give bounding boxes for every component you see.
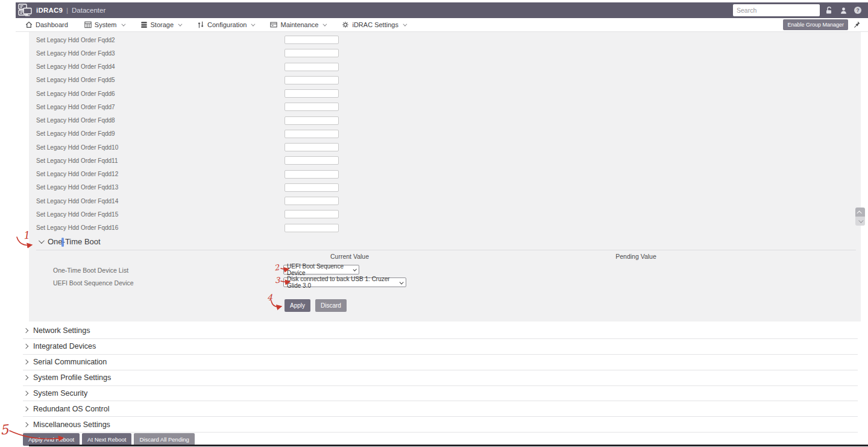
apply-and-reboot-button[interactable]: Apply And Reboot (23, 433, 80, 446)
chevron-down-icon (323, 22, 327, 26)
setting-label: One-Time Boot Device List (53, 267, 128, 274)
collapsible-section-header[interactable]: Serial Communication (23, 355, 858, 370)
nav-item-idrac-settings[interactable]: iDRAC Settings (342, 21, 405, 28)
section-title: Miscellaneous Settings (33, 420, 110, 429)
setting-label: Set Legacy Hdd Order Fqdd4 (36, 63, 115, 70)
legacy-hdd-order-input[interactable] (285, 224, 339, 232)
legacy-hdd-order-input[interactable] (285, 170, 339, 179)
pending-value-column-header: Pending Value (603, 253, 669, 260)
setting-label: Set Legacy Hdd Order Fqdd2 (36, 37, 115, 43)
discard-button[interactable]: Discard (315, 299, 347, 312)
setting-label: UEFI Boot Sequence Device (53, 279, 134, 287)
svg-text:?: ? (856, 7, 859, 13)
setting-label: Set Legacy Hdd Order Fqdd3 (36, 50, 115, 57)
nav-label: Maintenance (280, 21, 318, 28)
pending-changes-actions: Apply And Reboot At Next Reboot Discard … (23, 433, 195, 446)
collapsible-section-header[interactable]: Integrated Devices (23, 339, 858, 355)
table-row: Set Legacy Hdd Order Fqdd13 (29, 181, 861, 194)
one-time-boot-device-list-select[interactable]: UEFI Boot Sequence Device (283, 265, 359, 274)
collapsible-section-header[interactable]: Network Settings (23, 323, 858, 339)
table-row: Set Legacy Hdd Order Fqdd14 (29, 194, 861, 208)
help-icon[interactable]: ? (854, 6, 862, 14)
nav-item-storage[interactable]: Storage (140, 21, 181, 28)
unlock-icon[interactable] (825, 6, 833, 14)
collapsed-sections-list: Network Settings Integrated Devices Seri… (23, 323, 858, 433)
section-title: Redundant OS Control (33, 405, 109, 413)
sliders-icon (197, 21, 204, 28)
product-name: Datacenter (72, 7, 105, 14)
apply-button[interactable]: Apply (285, 299, 310, 312)
page-bottom-edge (29, 445, 868, 446)
table-row: Set Legacy Hdd Order Fqdd8 (29, 114, 861, 127)
legacy-hdd-order-input[interactable] (285, 143, 339, 151)
annotation-digit-5: 5 (0, 423, 9, 437)
legacy-hdd-order-input[interactable] (285, 103, 339, 111)
app-title: iDRAC9 | Datacenter (36, 7, 105, 14)
search-input[interactable] (737, 7, 818, 14)
home-icon (25, 21, 33, 28)
at-next-reboot-button[interactable]: At Next Reboot (82, 433, 131, 446)
section-title: Serial Communication (33, 358, 107, 366)
table-row: Set Legacy Hdd Order Fqdd7 (29, 100, 861, 113)
legacy-hdd-order-input[interactable] (285, 63, 339, 71)
header-actions: ? (733, 2, 868, 18)
main-nav: Dashboard System Storage (16, 18, 868, 32)
chevron-down-icon (178, 22, 182, 26)
uefi-boot-sequence-device-select[interactable]: Disk connected to back USB 1: Cruzer Gli… (283, 277, 406, 287)
current-value-column-header: Current Value (316, 253, 383, 260)
nav-item-configuration[interactable]: Configuration (197, 21, 254, 28)
table-row: Set Legacy Hdd Order Fqdd16 (29, 221, 861, 235)
legacy-hdd-order-input[interactable] (285, 197, 339, 205)
idrac-logo-icon (17, 3, 33, 17)
selected-value: UEFI Boot Sequence Device (287, 263, 353, 276)
setting-label: Set Legacy Hdd Order Fqdd15 (36, 211, 118, 218)
setting-label: Set Legacy Hdd Order Fqdd10 (36, 144, 118, 151)
legacy-hdd-order-input[interactable] (285, 156, 339, 165)
maintenance-icon (270, 21, 277, 28)
setting-label: Set Legacy Hdd Order Fqdd9 (36, 130, 115, 137)
setting-label: Set Legacy Hdd Order Fqdd14 (36, 198, 118, 204)
system-grid-icon (84, 21, 92, 28)
section-title: Network Settings (33, 326, 90, 335)
chevron-down-icon (39, 238, 45, 244)
setting-label: Set Legacy Hdd Order Fqdd13 (36, 184, 118, 191)
table-row: Set Legacy Hdd Order Fqdd2 (29, 33, 861, 46)
collapsible-section-header[interactable]: System Security (23, 386, 858, 402)
nav-label: System (95, 21, 117, 28)
legacy-hdd-order-input[interactable] (285, 130, 339, 138)
table-row: Set Legacy Hdd Order Fqdd5 (29, 74, 861, 87)
legacy-hdd-order-input[interactable] (285, 89, 339, 98)
nav-item-maintenance[interactable]: Maintenance (270, 21, 326, 28)
collapsible-section-header[interactable]: System Profile Settings (23, 370, 858, 386)
nav-item-system[interactable]: System (84, 21, 124, 28)
nav-item-dashboard[interactable]: Dashboard (25, 21, 68, 28)
legacy-hdd-order-input[interactable] (285, 36, 339, 44)
pin-icon[interactable] (852, 21, 861, 29)
legacy-hdd-order-input[interactable] (285, 116, 339, 125)
collapsible-section-header[interactable]: Redundant OS Control (23, 401, 858, 417)
table-row: Set Legacy Hdd Order Fqdd9 (29, 127, 861, 141)
legacy-hdd-order-input[interactable] (285, 183, 339, 192)
setting-label: Set Legacy Hdd Order Fqdd8 (36, 117, 115, 124)
legacy-hdd-order-input[interactable] (285, 76, 339, 84)
scroll-down-button[interactable] (855, 217, 865, 226)
collapsible-section-header[interactable]: Miscellaneous Settings (23, 417, 858, 433)
table-row: Set Legacy Hdd Order Fqdd6 (29, 87, 861, 100)
nav-label: Storage (151, 21, 174, 28)
search-box[interactable] (733, 4, 820, 16)
scroll-up-button[interactable] (855, 208, 865, 217)
one-time-boot-expander[interactable]: One-Time Boot (39, 237, 101, 246)
discard-all-pending-button[interactable]: Discard All Pending (134, 433, 194, 446)
table-row: Set Legacy Hdd Order Fqdd4 (29, 60, 861, 74)
setting-label: Set Legacy Hdd Order Fqdd5 (36, 77, 115, 83)
chevron-down-icon (121, 22, 125, 26)
chevron-right-icon (24, 375, 28, 380)
user-icon[interactable] (839, 6, 848, 14)
enable-group-manager-button[interactable]: Enable Group Manager (783, 19, 848, 30)
legacy-hdd-order-input[interactable] (285, 210, 339, 218)
setting-label: Set Legacy Hdd Order Fqdd16 (36, 224, 118, 231)
legacy-hdd-order-input[interactable] (285, 49, 339, 57)
page-scroll-widget (855, 208, 865, 226)
chevron-right-icon (24, 344, 28, 349)
chevron-up-icon (857, 211, 861, 215)
